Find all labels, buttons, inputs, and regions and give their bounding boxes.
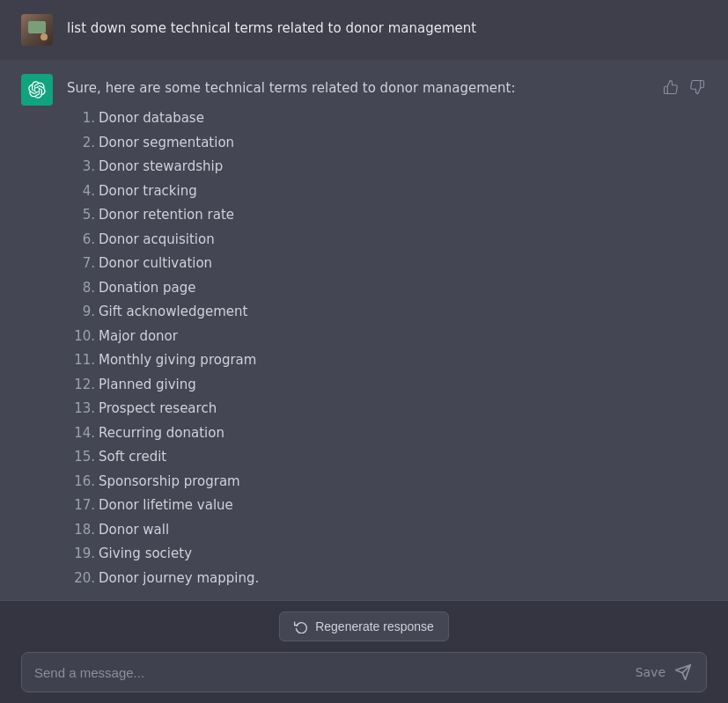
list-text: Donor cultivation	[99, 253, 212, 275]
input-actions: Save	[636, 662, 694, 683]
list-item: 19.Giving society	[67, 543, 647, 566]
list-item: 6.Donor acquisition	[67, 229, 647, 252]
list-number: 7.	[67, 253, 95, 275]
bottom-section: Regenerate response Save	[0, 600, 728, 703]
list-item: 3.Donor stewardship	[67, 156, 647, 179]
message-actions	[661, 74, 707, 97]
list-item: 5.Donor retention rate	[67, 204, 647, 227]
regenerate-icon	[294, 619, 308, 633]
list-text: Planned giving	[99, 374, 196, 397]
list-number: 10.	[67, 326, 95, 348]
send-button[interactable]	[673, 662, 694, 683]
list-number: 1.	[67, 107, 95, 130]
save-label: Save	[636, 665, 665, 679]
list-number: 19.	[67, 543, 95, 566]
list-item: 10.Major donor	[67, 326, 647, 348]
list-text: Giving society	[99, 543, 192, 566]
list-number: 5.	[67, 204, 95, 227]
list-number: 4.	[67, 180, 95, 203]
thumbs-up-icon	[663, 79, 679, 95]
list-number: 16.	[67, 471, 95, 494]
list-number: 9.	[67, 301, 95, 324]
assistant-message: Sure, here are some technical terms rela…	[0, 60, 728, 600]
list-item: 17.Donor lifetime value	[67, 494, 647, 517]
user-message: list down some technical terms related t…	[0, 0, 728, 60]
list-text: Donor journey mapping.	[99, 568, 259, 590]
thumbs-down-button[interactable]	[688, 77, 707, 97]
list-number: 6.	[67, 229, 95, 252]
list-number: 18.	[67, 519, 95, 542]
thumbs-down-icon	[689, 79, 705, 95]
regenerate-button[interactable]: Regenerate response	[279, 611, 449, 641]
list-text: Donor segmentation	[99, 132, 234, 155]
chat-container: list down some technical terms related t…	[0, 0, 728, 703]
list-item: 4.Donor tracking	[67, 180, 647, 203]
user-avatar	[21, 14, 53, 46]
list-item: 9.Gift acknowledgement	[67, 301, 647, 324]
list-item: 11.Monthly giving program	[67, 349, 647, 372]
list-item: 14.Recurring donation	[67, 422, 647, 445]
list-text: Gift acknowledgement	[99, 301, 247, 324]
list-text: Monthly giving program	[99, 349, 256, 372]
user-message-text: list down some technical terms related t…	[67, 14, 707, 39]
list-text: Major donor	[99, 326, 178, 348]
list-number: 20.	[67, 568, 95, 590]
list-text: Soft credit	[99, 446, 166, 469]
list-item: 12.Planned giving	[67, 374, 647, 397]
list-text: Recurring donation	[99, 422, 224, 445]
list-number: 8.	[67, 277, 95, 300]
list-number: 11.	[67, 349, 95, 372]
list-text: Donation page	[99, 277, 195, 300]
list-text: Sponsorship program	[99, 471, 240, 494]
list-item: 2.Donor segmentation	[67, 132, 647, 155]
list-text: Donor acquisition	[99, 229, 215, 252]
assistant-intro: Sure, here are some technical terms rela…	[67, 77, 647, 99]
thumbs-up-button[interactable]	[661, 77, 680, 97]
chat-input-row: Save	[21, 652, 707, 692]
list-item: 16.Sponsorship program	[67, 471, 647, 494]
list-item: 13.Prospect research	[67, 398, 647, 421]
assistant-avatar	[21, 74, 53, 106]
list-text: Donor stewardship	[99, 156, 223, 179]
list-number: 12.	[67, 374, 95, 397]
chat-input[interactable]	[34, 665, 629, 680]
list-item: 7.Donor cultivation	[67, 253, 647, 275]
regenerate-label: Regenerate response	[315, 619, 434, 633]
list-text: Donor database	[99, 107, 204, 130]
list-item: 15.Soft credit	[67, 446, 647, 469]
list-text: Donor tracking	[99, 180, 197, 203]
list-text: Donor retention rate	[99, 204, 234, 227]
list-text: Donor wall	[99, 519, 169, 542]
list-item: 20.Donor journey mapping.	[67, 568, 647, 590]
list-number: 2.	[67, 132, 95, 155]
list-number: 17.	[67, 494, 95, 517]
openai-icon	[28, 81, 46, 99]
list-number: 14.	[67, 422, 95, 445]
assistant-message-content: Sure, here are some technical terms rela…	[67, 74, 647, 591]
list-item: 1.Donor database	[67, 107, 647, 130]
list-text: Donor lifetime value	[99, 494, 233, 517]
terms-list: 1.Donor database2.Donor segmentation3.Do…	[67, 107, 647, 589]
list-number: 15.	[67, 446, 95, 469]
list-number: 13.	[67, 398, 95, 421]
list-text: Prospect research	[99, 398, 217, 421]
list-number: 3.	[67, 156, 95, 179]
list-item: 8.Donation page	[67, 277, 647, 300]
send-icon	[674, 663, 692, 681]
list-item: 18.Donor wall	[67, 519, 647, 542]
